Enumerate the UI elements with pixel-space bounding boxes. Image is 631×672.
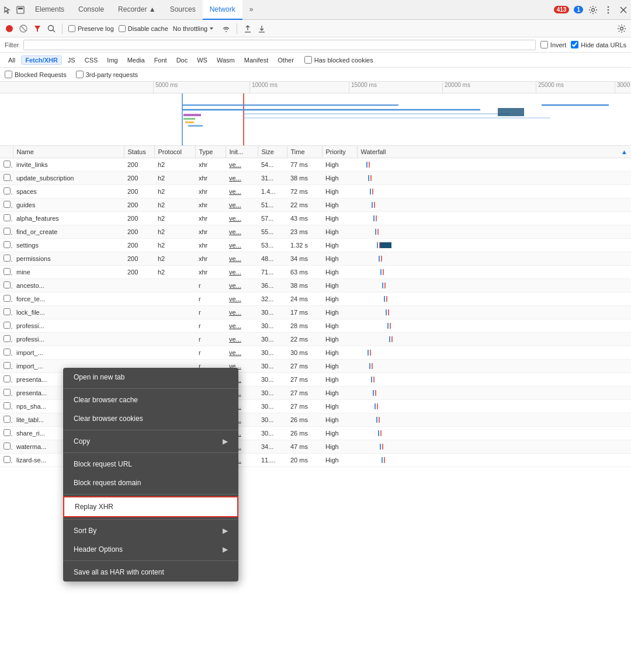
wifi-icon[interactable] [221,24,231,33]
row-initiator[interactable]: ve... [226,306,258,319]
type-btn-img[interactable]: Img [103,56,121,64]
table-row[interactable]: mine 200 h2 xhr ve... 71... 63 ms High [0,266,631,279]
disable-cache-checkbox[interactable]: Disable cache [119,25,168,32]
ctx-clear-cookies[interactable]: Clear browser cookies [63,409,238,428]
close-icon[interactable] [618,5,629,15]
col-size-header[interactable]: Size [258,146,287,158]
col-name-header[interactable]: Name [13,146,124,158]
tab-more[interactable]: » [242,0,261,20]
filter-icon[interactable] [33,24,42,33]
row-checkbox-cell [0,266,13,279]
type-btn-fetchxhr[interactable]: Fetch/XHR [21,55,62,65]
preserve-log-checkbox[interactable]: Preserve log [68,25,114,32]
col-waterfall-header[interactable]: Waterfall ▲ [357,146,631,158]
type-btn-manifest[interactable]: Manifest [241,56,272,64]
row-initiator[interactable]: ve... [226,279,258,293]
table-row[interactable]: professi... r ve... 30... 28 ms High [0,319,631,333]
col-status-header[interactable]: Status [124,146,154,158]
svg-rect-1 [18,8,23,9]
table-row[interactable]: ancesto... r ve... 36... 38 ms High [0,279,631,293]
type-btn-js[interactable]: JS [64,56,79,64]
tab-recorder[interactable]: Recorder ▲ [111,0,163,20]
col-initiator-header[interactable]: Init... [226,146,258,158]
clear-icon[interactable] [19,24,28,33]
row-status [124,293,154,306]
table-row[interactable]: spaces 200 h2 xhr ve... 1.4... 72 ms Hig… [0,185,631,199]
network-settings-icon[interactable] [617,24,626,33]
table-row[interactable]: invite_links 200 h2 xhr ve... 54... 77 m… [0,158,631,172]
table-row[interactable]: update_subscription 200 h2 xhr ve... 31.… [0,172,631,185]
row-initiator[interactable]: ve... [226,266,258,279]
type-btn-all[interactable]: All [5,56,19,64]
type-btn-media[interactable]: Media [124,56,148,64]
type-btn-wasm[interactable]: Wasm [213,56,238,64]
col-time-header[interactable]: Time [287,146,322,158]
inspect-icon[interactable] [15,5,26,15]
col-priority-header[interactable]: Priority [322,146,357,158]
row-initiator[interactable]: ve... [226,346,258,360]
settings-icon[interactable] [588,5,598,15]
row-time: 27 ms [287,400,322,413]
table-row[interactable]: settings 200 h2 xhr ve... 53... 1.32 s H… [0,239,631,252]
type-btn-css[interactable]: CSS [81,56,102,64]
table-row[interactable]: alpha_features 200 h2 xhr ve... 57... 43… [0,212,631,225]
ctx-clear-cache[interactable]: Clear browser cache [63,391,238,409]
table-row[interactable]: lock_file... r ve... 30... 17 ms High [0,306,631,319]
row-size: 30... [258,319,287,333]
row-name: guides [13,199,124,212]
row-protocol [154,319,195,333]
row-initiator[interactable]: ve... [226,185,258,199]
throttling-select[interactable]: No throttling [173,25,214,32]
row-protocol [154,279,195,293]
download-icon[interactable] [257,24,266,33]
type-btn-ws[interactable]: WS [193,56,211,64]
blocked-requests-checkbox[interactable]: Blocked Requests [5,71,67,78]
row-initiator[interactable]: ve... [226,172,258,185]
row-time: 23 ms [287,225,322,239]
tab-sources[interactable]: Sources [163,0,203,20]
table-row[interactable]: force_te... r ve... 32... 24 ms High [0,293,631,306]
row-initiator[interactable]: ve... [226,158,258,172]
upload-icon[interactable] [243,24,252,33]
third-party-checkbox[interactable]: 3rd-party requests [76,71,138,78]
table-row[interactable]: import_... r ve... 30... 30 ms High [0,346,631,360]
row-protocol [154,333,195,346]
table-row[interactable]: professi... r ve... 30... 22 ms High [0,333,631,346]
ctx-open-new-tab[interactable]: Open in new tab [63,368,238,387]
tick-15000: 15000 ms [349,82,377,93]
row-initiator[interactable]: ve... [226,319,258,333]
row-initiator[interactable]: ve... [226,225,258,239]
filter-input[interactable] [23,40,535,50]
record-icon[interactable] [5,24,14,33]
row-initiator[interactable]: ve... [226,212,258,225]
row-initiator[interactable]: ve... [226,293,258,306]
row-initiator[interactable]: ve... [226,199,258,212]
tab-console[interactable]: Console [71,0,111,20]
search-icon[interactable] [47,24,56,33]
type-btn-other[interactable]: Other [274,56,297,64]
row-initiator[interactable]: ve... [226,252,258,266]
table-row[interactable]: guides 200 h2 xhr ve... 51... 22 ms High [0,199,631,212]
invert-checkbox[interactable]: Invert [540,41,567,48]
row-name: force_te... [13,293,124,306]
cursor-icon[interactable] [2,5,13,15]
row-initiator[interactable]: ve... [226,239,258,252]
row-initiator[interactable]: ve... [226,333,258,346]
ctx-block-url[interactable]: Block request URL [63,455,238,467]
tab-elements[interactable]: Elements [28,0,71,20]
table-row[interactable]: find_or_create 200 h2 xhr ve... 55... 23… [0,225,631,239]
tab-network[interactable]: Network [203,0,242,20]
ctx-copy[interactable]: Copy ▶ [63,432,238,451]
hide-data-urls-checkbox[interactable]: Hide data URLs [571,41,626,48]
row-checkbox-cell [0,427,13,440]
row-checkbox-cell [0,360,13,373]
col-protocol-header[interactable]: Protocol [154,146,195,158]
type-btn-doc[interactable]: Doc [173,56,192,64]
col-type-header[interactable]: Type [195,146,226,158]
type-btn-font[interactable]: Font [151,56,171,64]
row-status [124,319,154,333]
has-blocked-checkbox[interactable]: Has blocked cookies [304,56,373,64]
table-row[interactable]: permissions 200 h2 xhr ve... 48... 34 ms… [0,252,631,266]
more-icon[interactable] [603,5,613,15]
row-type: r [195,293,226,306]
